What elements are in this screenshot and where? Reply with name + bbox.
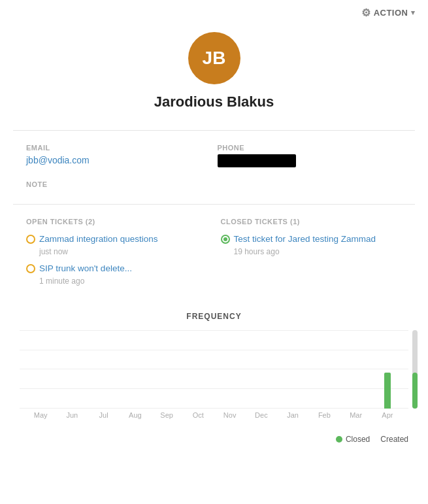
list-item[interactable]: Test ticket for Jared testing Zammad 19 … — [221, 233, 403, 256]
email-value[interactable]: jbb@vodia.com — [26, 155, 90, 165]
bar-apr — [373, 330, 402, 409]
closed-tickets-title: CLOSED TICKETS (1) — [221, 218, 403, 226]
phone-field: PHONE — [218, 144, 403, 170]
month-apr: Apr — [373, 411, 402, 419]
month-may: May — [26, 411, 55, 419]
open-ticket-time-2: 1 minute ago — [39, 277, 208, 286]
email-field: EMAIL jbb@vodia.com — [26, 144, 211, 170]
open-ticket-dot-2 — [26, 264, 35, 273]
bar-sep — [152, 330, 181, 409]
month-dec: Dec — [247, 411, 276, 419]
month-jun: Jun — [58, 411, 86, 419]
avatar: JB — [188, 32, 240, 84]
bar-jun — [58, 330, 86, 409]
list-item[interactable]: SIP trunk won't delete... 1 minute ago — [26, 263, 208, 286]
bar-mar — [342, 330, 370, 409]
month-nov: Nov — [216, 411, 244, 419]
open-ticket-dot-1 — [26, 235, 35, 244]
open-ticket-time-1: just now — [39, 247, 208, 256]
bar-dec — [247, 330, 276, 409]
legend-closed-dot — [336, 436, 342, 443]
action-label: ACTION — [374, 8, 408, 18]
legend-closed-label: Closed — [346, 435, 370, 444]
month-feb: Feb — [310, 411, 338, 419]
closed-ticket-time-1: 19 hours ago — [234, 247, 403, 256]
open-ticket-title-2: SIP trunk won't delete... — [39, 263, 132, 275]
open-ticket-link-2[interactable]: SIP trunk won't delete... — [26, 263, 208, 275]
phone-label: PHONE — [218, 144, 403, 152]
frequency-chart — [20, 330, 408, 409]
closed-ticket-dot-1 — [221, 235, 230, 244]
chart-bars — [20, 330, 408, 409]
info-section: EMAIL jbb@vodia.com PHONE NOTE — [0, 131, 428, 204]
bar-apr-closed — [384, 373, 391, 409]
note-field: NOTE — [26, 180, 402, 191]
gear-icon: ⚙ — [361, 7, 371, 19]
month-jul: Jul — [90, 411, 118, 419]
list-item[interactable]: Zammad integration questions just now — [26, 233, 208, 256]
profile-name: Jarodious Blakus — [154, 93, 274, 110]
chart-scrollbar-thumb — [412, 373, 418, 409]
month-aug: Aug — [121, 411, 150, 419]
bar-oct — [184, 330, 212, 409]
bar-aug — [121, 330, 150, 409]
bar-may — [26, 330, 55, 409]
bar-jul — [90, 330, 118, 409]
tickets-section: OPEN TICKETS (2) Zammad integration ques… — [0, 205, 428, 305]
legend-closed: Closed — [336, 435, 370, 444]
month-sep: Sep — [152, 411, 181, 419]
open-tickets-title: OPEN TICKETS (2) — [26, 218, 208, 226]
bar-jan — [278, 330, 307, 409]
legend-created-label: Created — [380, 435, 408, 444]
email-label: EMAIL — [26, 144, 211, 152]
profile-section: JB Jarodious Blakus — [0, 25, 428, 130]
bar-nov — [216, 330, 244, 409]
chart-scrollbar-track[interactable] — [412, 330, 418, 409]
phone-value — [218, 154, 296, 167]
chart-legend: Closed Created — [0, 429, 428, 450]
open-ticket-link-1[interactable]: Zammad integration questions — [26, 233, 208, 246]
chevron-down-icon: ▾ — [411, 8, 416, 17]
month-oct: Oct — [184, 411, 212, 419]
legend-created: Created — [380, 435, 408, 444]
month-labels: May Jun Jul Aug Sep Oct Nov Dec Jan Feb … — [20, 409, 408, 419]
month-mar: Mar — [342, 411, 370, 419]
open-tickets-col: OPEN TICKETS (2) Zammad integration ques… — [26, 218, 208, 292]
action-bar: ⚙ ACTION ▾ — [0, 0, 428, 25]
bar-feb — [310, 330, 338, 409]
action-button[interactable]: ⚙ ACTION ▾ — [361, 7, 415, 19]
month-jan: Jan — [278, 411, 307, 419]
closed-tickets-col: CLOSED TICKETS (1) Test ticket for Jared… — [221, 218, 403, 292]
closed-ticket-link-1[interactable]: Test ticket for Jared testing Zammad — [221, 233, 403, 246]
frequency-section: FREQUENCY — [0, 305, 428, 429]
closed-ticket-title-1: Test ticket for Jared testing Zammad — [234, 233, 376, 246]
frequency-title: FREQUENCY — [20, 312, 408, 321]
note-label: NOTE — [26, 180, 402, 188]
open-ticket-title-1: Zammad integration questions — [39, 233, 158, 246]
